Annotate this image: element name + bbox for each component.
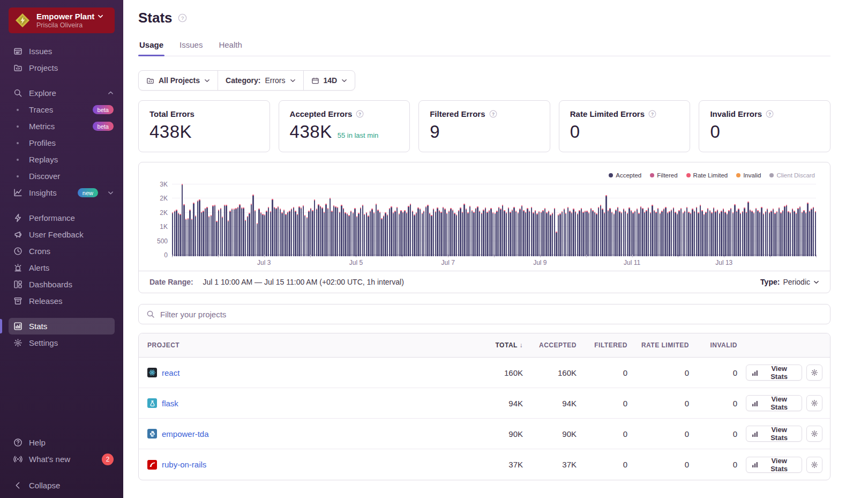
chart-bar[interactable] xyxy=(316,209,317,256)
chart-bar[interactable] xyxy=(611,212,612,256)
chart-bar[interactable] xyxy=(700,205,701,256)
chart-bar[interactable] xyxy=(786,205,787,256)
chart-bar[interactable] xyxy=(234,209,235,256)
chart-bar[interactable] xyxy=(458,210,459,257)
chart-bar[interactable] xyxy=(500,209,501,256)
chart-bar[interactable] xyxy=(385,212,386,256)
chart-bar[interactable] xyxy=(515,211,517,257)
chart-bar[interactable] xyxy=(314,199,315,256)
chart-bar[interactable] xyxy=(376,204,377,256)
chart-bar[interactable] xyxy=(567,207,568,256)
chart-bar[interactable] xyxy=(495,213,496,256)
chart-bar[interactable] xyxy=(767,209,768,256)
chart-bar[interactable] xyxy=(400,210,401,256)
project-settings-button[interactable] xyxy=(806,426,822,442)
chart-bar[interactable] xyxy=(335,206,336,256)
chart-bar[interactable] xyxy=(705,212,706,256)
chart-bar[interactable] xyxy=(431,215,432,256)
chart-bar[interactable] xyxy=(788,211,789,256)
chart-bar[interactable] xyxy=(251,204,252,256)
chart-bar[interactable] xyxy=(652,205,653,256)
chart-bar[interactable] xyxy=(513,207,514,256)
chart-bar[interactable] xyxy=(637,209,638,256)
chart-bar[interactable] xyxy=(420,209,421,256)
sidebar-item-user-feedback[interactable]: User Feedback xyxy=(0,226,123,243)
chart-bar[interactable] xyxy=(556,232,557,256)
view-stats-button[interactable]: View Stats xyxy=(746,395,802,411)
chart-bar[interactable] xyxy=(179,214,181,256)
chart-bar[interactable] xyxy=(680,208,682,256)
chart-bar[interactable] xyxy=(604,212,605,256)
chart-bar[interactable] xyxy=(373,212,375,256)
sidebar-item-replays[interactable]: Replays xyxy=(0,151,123,168)
chart-bar[interactable] xyxy=(467,212,468,256)
chart-bar[interactable] xyxy=(264,214,265,256)
chart-bar[interactable] xyxy=(450,208,451,256)
chart-bar[interactable] xyxy=(598,207,599,256)
sidebar-item-whats-new[interactable]: What's new2 xyxy=(0,451,123,467)
chart-bar[interactable] xyxy=(189,210,190,256)
chart-bar[interactable] xyxy=(802,212,803,256)
chart-bar[interactable] xyxy=(577,213,578,256)
project-link[interactable]: ruby-on-rails xyxy=(162,460,206,469)
chart-bar[interactable] xyxy=(440,212,442,256)
chart-bar[interactable] xyxy=(252,195,253,256)
chart-bar[interactable] xyxy=(255,210,256,257)
sidebar-item-crons[interactable]: Crons xyxy=(0,243,123,259)
chart-bar[interactable] xyxy=(412,211,413,257)
chart-bar[interactable] xyxy=(654,210,655,257)
chart-bar[interactable] xyxy=(182,184,183,256)
chart-bar[interactable] xyxy=(690,213,691,256)
chart-bar[interactable] xyxy=(295,211,296,257)
chart-bar[interactable] xyxy=(214,205,215,256)
chart-bar[interactable] xyxy=(345,212,346,256)
tab-issues[interactable]: Issues xyxy=(178,40,204,56)
chart-bar[interactable] xyxy=(391,206,392,256)
chart-bar[interactable] xyxy=(751,211,752,257)
chart-bar[interactable] xyxy=(396,207,398,256)
chart-bar[interactable] xyxy=(283,210,285,256)
chart-bar[interactable] xyxy=(529,211,530,257)
chart-bar[interactable] xyxy=(512,210,513,257)
chart-bar[interactable] xyxy=(765,211,766,256)
chart-bar[interactable] xyxy=(293,207,294,256)
chart-bar[interactable] xyxy=(809,211,810,257)
chart-bar[interactable] xyxy=(518,212,519,256)
chart-bar[interactable] xyxy=(243,207,244,256)
chart-bar[interactable] xyxy=(245,220,246,257)
chart-bar[interactable] xyxy=(358,213,359,256)
date-period-dropdown[interactable]: 14D xyxy=(303,71,355,90)
chart-bar[interactable] xyxy=(320,206,321,256)
chart-bar[interactable] xyxy=(410,204,411,256)
chart-bar[interactable] xyxy=(281,212,282,256)
chart-bar[interactable] xyxy=(738,209,739,256)
project-settings-button[interactable] xyxy=(806,395,822,411)
chart-bar[interactable] xyxy=(235,208,236,256)
chart-bar[interactable] xyxy=(677,213,678,256)
chart-bar[interactable] xyxy=(347,213,348,256)
chart-bar[interactable] xyxy=(600,205,601,256)
chart-bar[interactable] xyxy=(353,212,354,256)
chart-bar[interactable] xyxy=(508,207,509,256)
chart-bar[interactable] xyxy=(590,208,592,256)
chart-bar[interactable] xyxy=(661,211,662,257)
org-switcher[interactable]: Empower Plant Priscila Oliveira xyxy=(9,8,115,33)
chart-bar[interactable] xyxy=(289,211,290,257)
chart-bar[interactable] xyxy=(579,210,580,257)
chart-bar[interactable] xyxy=(627,213,628,256)
chart-bar[interactable] xyxy=(727,213,728,256)
chart-bar[interactable] xyxy=(487,212,488,256)
sidebar-item-performance[interactable]: Performance xyxy=(0,210,123,226)
chart-bar[interactable] xyxy=(562,211,563,256)
chart-bar[interactable] xyxy=(721,211,722,257)
chart-bar[interactable] xyxy=(732,212,734,256)
chart-bar[interactable] xyxy=(472,210,473,257)
chart-bar[interactable] xyxy=(815,211,816,256)
chart-bar[interactable] xyxy=(794,211,795,257)
chart-bar[interactable] xyxy=(203,211,204,257)
chart-bar[interactable] xyxy=(297,214,298,256)
help-icon[interactable]: ? xyxy=(766,110,774,118)
chart-bar[interactable] xyxy=(383,215,384,256)
chart-bar[interactable] xyxy=(678,210,679,257)
column-header-project[interactable]: PROJECT xyxy=(139,341,471,349)
